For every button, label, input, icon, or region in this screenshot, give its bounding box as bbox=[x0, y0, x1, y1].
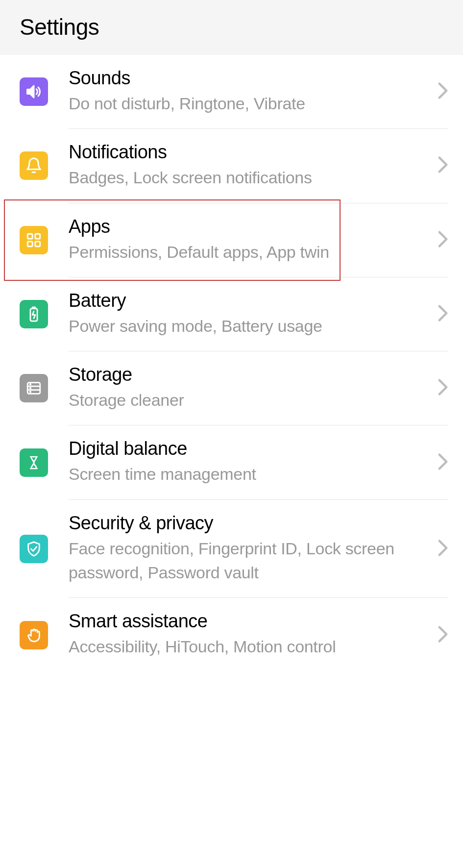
chevron-right-icon bbox=[438, 230, 448, 250]
item-title: Security & privacy bbox=[69, 513, 428, 534]
item-subtitle: Power saving mode, Battery usage bbox=[69, 314, 428, 338]
item-title: Sounds bbox=[69, 68, 428, 89]
item-title: Apps bbox=[69, 216, 428, 237]
item-text: Smart assistance Accessibility, HiTouch,… bbox=[69, 611, 428, 659]
settings-item-notifications[interactable]: Notifications Badges, Lock screen notifi… bbox=[0, 129, 463, 202]
settings-item-sounds[interactable]: Sounds Do not disturb, Ringtone, Vibrate bbox=[0, 55, 463, 128]
item-text: Storage Storage cleaner bbox=[69, 364, 428, 412]
apps-icon bbox=[20, 226, 48, 254]
battery-icon bbox=[20, 300, 48, 328]
settings-item-digital-balance[interactable]: Digital balance Screen time management bbox=[0, 425, 463, 499]
item-title: Digital balance bbox=[69, 438, 428, 459]
settings-list: Sounds Do not disturb, Ringtone, Vibrate… bbox=[0, 55, 463, 672]
speaker-icon bbox=[20, 77, 48, 106]
item-subtitle: Face recognition, Fingerprint ID, Lock s… bbox=[69, 537, 428, 585]
item-subtitle: Do not disturb, Ringtone, Vibrate bbox=[69, 92, 428, 116]
item-title: Smart assistance bbox=[69, 611, 428, 632]
chevron-right-icon bbox=[438, 539, 448, 559]
chevron-right-icon bbox=[438, 625, 448, 645]
chevron-right-icon bbox=[438, 156, 448, 175]
item-text: Digital balance Screen time management bbox=[69, 438, 428, 486]
item-text: Security & privacy Face recognition, Fin… bbox=[69, 513, 428, 585]
settings-item-battery[interactable]: Battery Power saving mode, Battery usage bbox=[0, 277, 463, 351]
item-text: Sounds Do not disturb, Ringtone, Vibrate bbox=[69, 68, 428, 116]
storage-icon bbox=[20, 374, 48, 402]
shield-icon bbox=[20, 535, 48, 563]
hand-icon bbox=[20, 621, 48, 649]
item-text: Notifications Badges, Lock screen notifi… bbox=[69, 142, 428, 190]
svg-rect-4 bbox=[35, 242, 40, 247]
settings-item-smart-assistance[interactable]: Smart assistance Accessibility, HiTouch,… bbox=[0, 598, 463, 671]
chevron-right-icon bbox=[438, 453, 448, 472]
svg-point-11 bbox=[30, 388, 31, 389]
svg-rect-2 bbox=[35, 234, 40, 239]
svg-rect-3 bbox=[27, 242, 32, 247]
page-title: Settings bbox=[20, 14, 443, 40]
item-subtitle: Accessibility, HiTouch, Motion control bbox=[69, 635, 428, 659]
svg-marker-0 bbox=[27, 86, 34, 98]
item-title: Notifications bbox=[69, 142, 428, 163]
item-text: Battery Power saving mode, Battery usage bbox=[69, 290, 428, 338]
item-text: Apps Permissions, Default apps, App twin bbox=[69, 216, 428, 264]
item-subtitle: Badges, Lock screen notifications bbox=[69, 166, 428, 190]
hourglass-icon bbox=[20, 448, 48, 477]
settings-header: Settings bbox=[0, 0, 463, 55]
bell-icon bbox=[20, 151, 48, 180]
item-subtitle: Storage cleaner bbox=[69, 388, 428, 412]
svg-rect-1 bbox=[27, 234, 32, 239]
svg-point-12 bbox=[30, 392, 31, 393]
item-subtitle: Screen time management bbox=[69, 462, 428, 486]
item-subtitle: Permissions, Default apps, App twin bbox=[69, 240, 428, 264]
settings-item-security[interactable]: Security & privacy Face recognition, Fin… bbox=[0, 500, 463, 598]
item-title: Battery bbox=[69, 290, 428, 311]
chevron-right-icon bbox=[438, 304, 448, 324]
svg-point-10 bbox=[30, 384, 31, 385]
item-title: Storage bbox=[69, 364, 428, 385]
chevron-right-icon bbox=[438, 82, 448, 101]
settings-item-apps[interactable]: Apps Permissions, Default apps, App twin bbox=[0, 203, 463, 277]
chevron-right-icon bbox=[438, 378, 448, 398]
settings-item-storage[interactable]: Storage Storage cleaner bbox=[0, 351, 463, 425]
